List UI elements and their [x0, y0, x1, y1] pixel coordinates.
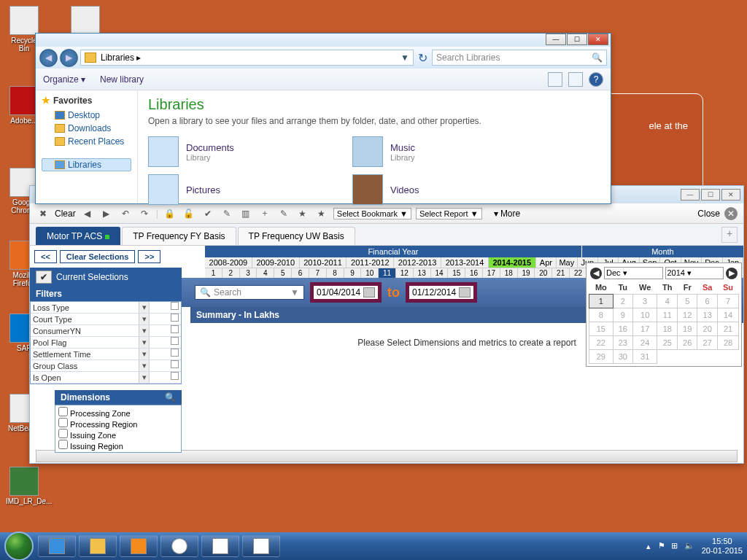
- date-from-input[interactable]: 01/04/2014: [310, 282, 382, 303]
- dimension-item[interactable]: Processing Region: [58, 418, 178, 429]
- year-cell[interactable]: 2013-2014: [441, 257, 489, 268]
- flag-icon[interactable]: ⚑: [658, 541, 668, 551]
- desktop-icon[interactable]: [67, 6, 104, 36]
- unlock-icon[interactable]: 🔓: [182, 206, 196, 221]
- favorites-header[interactable]: ★Favorites: [42, 95, 131, 106]
- calendar-day[interactable]: 12: [678, 308, 697, 322]
- calendar-day[interactable]: 24: [632, 336, 657, 350]
- app-maximize-button[interactable]: ☐: [701, 189, 720, 201]
- new-library-button[interactable]: New library: [100, 74, 144, 85]
- dimension-item[interactable]: Issuing Region: [58, 440, 178, 451]
- filter-row[interactable]: Is Open▾: [31, 372, 181, 384]
- maximize-button[interactable]: ☐: [567, 34, 587, 45]
- organize-menu[interactable]: Organize ▾: [43, 74, 85, 85]
- nav-back-icon[interactable]: ◀: [80, 206, 95, 221]
- day-cell[interactable]: 17: [483, 268, 500, 278]
- calendar-day[interactable]: 6: [697, 295, 718, 308]
- calendar-icon[interactable]: [459, 287, 471, 298]
- library-videos[interactable]: Videos: [352, 174, 520, 205]
- calendar-day[interactable]: 29: [589, 350, 614, 364]
- taskbar-explorer[interactable]: [79, 535, 117, 557]
- plus-icon[interactable]: ＋: [258, 206, 272, 221]
- undo-icon[interactable]: ↶: [118, 206, 133, 221]
- calendar-day[interactable]: 10: [632, 308, 657, 322]
- day-cell[interactable]: 9: [344, 268, 362, 278]
- clear-icon[interactable]: ✖: [36, 206, 50, 221]
- dimension-item[interactable]: Issuing Zone: [58, 429, 178, 440]
- prev-button[interactable]: <<: [34, 250, 57, 263]
- edit-icon[interactable]: ✎: [220, 206, 234, 221]
- app-minimize-button[interactable]: —: [681, 189, 700, 201]
- close-x-icon[interactable]: ✕: [724, 207, 738, 220]
- calendar-day[interactable]: 15: [589, 322, 614, 336]
- refresh-icon[interactable]: ↻: [416, 51, 430, 65]
- add-tab-button[interactable]: +: [721, 227, 738, 243]
- select-bookmark-dropdown[interactable]: Select Bookmark ▼: [333, 208, 411, 219]
- year-cell[interactable]: 2010-2011: [300, 257, 347, 268]
- filter-row[interactable]: Group Class▾: [31, 360, 181, 372]
- day-cell[interactable]: 16: [465, 268, 483, 278]
- calendar-day[interactable]: 14: [718, 308, 739, 322]
- nav-fwd-icon[interactable]: ▶: [99, 206, 114, 221]
- clear-label[interactable]: Clear: [55, 209, 76, 219]
- day-cell[interactable]: 22: [570, 268, 587, 278]
- day-cell[interactable]: 2: [222, 268, 240, 278]
- library-documents[interactable]: DocumentsLibrary: [148, 136, 316, 167]
- minimize-button[interactable]: —: [546, 34, 566, 45]
- calendar-day[interactable]: 3: [632, 295, 657, 308]
- calendar-day[interactable]: 17: [632, 322, 657, 336]
- day-cell[interactable]: 13: [414, 268, 431, 278]
- cal-next-button[interactable]: ▶: [726, 268, 738, 279]
- app-close-button[interactable]: ✕: [721, 189, 740, 201]
- calendar-day[interactable]: 26: [678, 336, 697, 350]
- month-cell[interactable]: May: [557, 257, 577, 268]
- calendar-day[interactable]: 23: [613, 336, 632, 350]
- taskbar-media[interactable]: [120, 535, 158, 557]
- year-cell[interactable]: 2014-2015: [489, 257, 536, 268]
- cal-year-select[interactable]: 2014 ▾: [665, 267, 724, 279]
- taskbar-app2[interactable]: [242, 535, 280, 557]
- library-pictures[interactable]: Pictures: [148, 174, 316, 205]
- day-cell[interactable]: 19: [518, 268, 535, 278]
- date-to-input[interactable]: 01/12/2014: [406, 282, 477, 303]
- tab-tp-freq-fy[interactable]: TP Frequency FY Basis: [122, 227, 236, 245]
- redo-icon[interactable]: ↷: [137, 206, 152, 221]
- day-cell[interactable]: 4: [257, 268, 274, 278]
- calendar-icon[interactable]: [363, 287, 375, 298]
- calendar-day[interactable]: 27: [697, 336, 718, 350]
- calendar-day[interactable]: 16: [613, 322, 632, 336]
- nav-back-button[interactable]: ◀: [39, 49, 58, 67]
- filter-row[interactable]: Loss Type▾: [31, 302, 181, 314]
- calendar-day[interactable]: 4: [657, 295, 678, 308]
- sidebar-item-desktop[interactable]: Desktop: [42, 109, 131, 122]
- taskbar-app1[interactable]: [201, 535, 239, 557]
- help-icon[interactable]: ?: [589, 72, 603, 87]
- calendar-day[interactable]: 8: [589, 308, 614, 322]
- calendar-day[interactable]: 19: [678, 322, 697, 336]
- day-cell[interactable]: 18: [500, 268, 518, 278]
- clear-selections-button[interactable]: Clear Selections: [60, 250, 136, 263]
- chart-icon[interactable]: ▥: [239, 206, 253, 221]
- close-button[interactable]: ✕: [588, 34, 608, 45]
- filter-row[interactable]: Court Type▾: [31, 314, 181, 325]
- day-cell[interactable]: 6: [292, 268, 309, 278]
- day-cell[interactable]: 14: [431, 268, 449, 278]
- sidebar-item-recent[interactable]: Recent Places: [42, 135, 131, 148]
- start-button[interactable]: [4, 532, 34, 560]
- filter-row[interactable]: ConsumerYN▾: [31, 325, 181, 337]
- sidebar-item-downloads[interactable]: Downloads: [42, 122, 131, 135]
- sidebar-item-libraries[interactable]: Libraries: [42, 158, 131, 171]
- taskbar-ie[interactable]: [38, 535, 76, 557]
- calendar-day[interactable]: 22: [589, 336, 614, 350]
- day-cell[interactable]: 20: [535, 268, 552, 278]
- close-label[interactable]: Close: [697, 209, 720, 219]
- view-icon[interactable]: [548, 72, 562, 87]
- taskbar-chrome[interactable]: [160, 535, 198, 557]
- day-cell[interactable]: 21: [552, 268, 570, 278]
- calendar-day[interactable]: 13: [697, 308, 718, 322]
- search-input[interactable]: 🔍Search▼: [195, 285, 304, 300]
- month-cell[interactable]: Apr: [536, 257, 557, 268]
- day-cell[interactable]: 10: [361, 268, 379, 278]
- calendar-day[interactable]: 9: [613, 308, 632, 322]
- day-cell[interactable]: 12: [396, 268, 414, 278]
